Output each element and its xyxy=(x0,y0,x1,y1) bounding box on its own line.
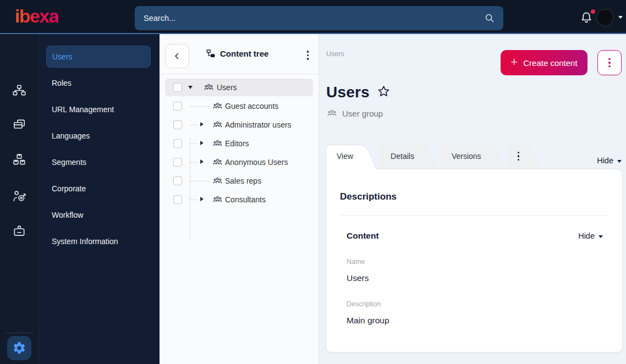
plus-icon: + xyxy=(510,55,518,69)
tab-label: Details xyxy=(391,152,414,161)
nav-settings-button[interactable] xyxy=(7,336,31,360)
tree-item-label: Administrator users xyxy=(225,120,292,129)
user-group-icon xyxy=(212,195,223,205)
tab-label: View xyxy=(337,152,353,161)
avatar-caret-down-icon[interactable] xyxy=(618,16,623,19)
tree-row-editors[interactable]: Editors xyxy=(160,135,319,153)
tree-item-checkbox[interactable] xyxy=(173,102,182,111)
main-nav-rail xyxy=(0,34,39,364)
tree-row-highlight xyxy=(165,79,313,96)
content-tree-panel: Content tree Users Guest accounts Adm xyxy=(160,34,319,364)
page-options-button[interactable] xyxy=(597,50,622,75)
sidebar-item-users[interactable]: Users xyxy=(46,46,151,68)
notification-dot xyxy=(591,9,595,14)
rail-divider xyxy=(6,333,33,333)
pages-icon xyxy=(12,117,26,131)
nav-sitemap-button[interactable] xyxy=(7,79,31,103)
descriptions-heading: Descriptions xyxy=(340,191,608,202)
sidebar-menu: Users Roles URL Management Languages Seg… xyxy=(39,34,160,364)
tree-item-checkbox[interactable] xyxy=(173,195,182,204)
hide-all-toggle[interactable]: Hide xyxy=(597,156,622,165)
sidebar-item-languages[interactable]: Languages xyxy=(46,125,151,147)
user-group-icon xyxy=(212,101,223,112)
tree-row-sales-reps[interactable]: Sales reps xyxy=(160,172,319,191)
tree-item-checkbox[interactable] xyxy=(173,139,182,148)
tab-label: Versions xyxy=(452,152,481,161)
tree-row-administrator-users[interactable]: Administrator users xyxy=(160,116,319,135)
caret-collapsed-icon[interactable] xyxy=(200,141,204,145)
tree-connector-line xyxy=(190,200,198,200)
global-search[interactable] xyxy=(135,6,503,30)
search-icon xyxy=(484,12,496,24)
sidebar-item-label: System Information xyxy=(52,237,118,246)
tree-row-anonymous-users[interactable]: Anonymous Users xyxy=(160,153,319,172)
sidebar-item-label: Corporate xyxy=(52,184,86,193)
content-section-heading: Content xyxy=(347,231,379,241)
sidebar-item-workflow[interactable]: Workflow xyxy=(46,204,151,226)
nav-admin-button[interactable] xyxy=(7,219,31,243)
personalization-icon xyxy=(12,189,26,203)
tree-connector-line xyxy=(190,162,198,163)
tree-item-checkbox[interactable] xyxy=(173,177,182,185)
caret-collapsed-icon[interactable] xyxy=(200,197,204,201)
tree-connector-line xyxy=(190,106,210,107)
tree-item-label: Guest accounts xyxy=(225,102,278,111)
tab-view[interactable]: View xyxy=(326,145,372,169)
field-label-description: Description xyxy=(347,300,608,308)
tree-item-label: Editors xyxy=(225,139,249,148)
tab-more[interactable] xyxy=(508,145,536,169)
tree-item-label: Users xyxy=(217,83,237,92)
search-input[interactable] xyxy=(135,14,484,23)
divider xyxy=(340,215,608,216)
main-content: Users + Create content Users User group … xyxy=(319,34,626,364)
sidebar-item-label: Users xyxy=(52,52,73,61)
tree-item-checkbox[interactable] xyxy=(173,83,182,92)
tab-details[interactable]: Details xyxy=(380,145,433,169)
user-avatar[interactable] xyxy=(596,8,614,27)
collapse-tree-button[interactable] xyxy=(165,44,189,68)
hide-content-toggle[interactable]: Hide xyxy=(578,231,603,240)
sidebar-item-label: Workflow xyxy=(52,211,83,219)
hide-label: Hide xyxy=(597,156,613,165)
user-group-icon xyxy=(327,108,337,119)
sidebar-item-segments[interactable]: Segments xyxy=(46,151,151,173)
caret-down-icon xyxy=(617,160,622,163)
tree-row-users[interactable]: Users xyxy=(160,79,319,97)
sidebar-item-label: Segments xyxy=(52,158,86,167)
bookmark-star-icon[interactable] xyxy=(376,84,391,101)
create-content-button[interactable]: + Create content xyxy=(501,50,587,75)
field-value-description: Main group xyxy=(347,316,608,326)
tree-connector-line xyxy=(190,144,198,144)
tree-item-checkbox[interactable] xyxy=(173,120,182,129)
sitemap-icon xyxy=(12,84,26,98)
caret-collapsed-icon[interactable] xyxy=(200,122,204,126)
tree-item-checkbox[interactable] xyxy=(173,158,182,167)
tree-options-button[interactable] xyxy=(307,51,309,60)
user-group-icon xyxy=(212,120,223,130)
topbar: ibexa xyxy=(0,0,626,34)
content-tree-title: Content tree xyxy=(220,49,268,58)
tree-connector-line xyxy=(190,125,198,125)
breadcrumb[interactable]: Users xyxy=(326,50,344,58)
nav-personalization-button[interactable] xyxy=(7,184,31,208)
tree-row-consultants[interactable]: Consultants xyxy=(160,191,319,209)
caret-down-icon xyxy=(598,235,603,238)
sidebar-item-url-management[interactable]: URL Management xyxy=(46,98,151,120)
gear-icon xyxy=(12,341,26,355)
create-content-label: Create content xyxy=(523,58,577,68)
kebab-icon xyxy=(518,152,520,161)
tab-versions[interactable]: Versions xyxy=(441,145,500,169)
sidebar-item-roles[interactable]: Roles xyxy=(46,72,151,94)
sidebar-item-system-information[interactable]: System Information xyxy=(46,230,151,252)
sidebar-item-corporate[interactable]: Corporate xyxy=(46,178,151,200)
notifications-button[interactable] xyxy=(579,10,595,26)
hide-label: Hide xyxy=(578,231,595,240)
nav-pages-button[interactable] xyxy=(7,112,31,136)
field-label-name: Name xyxy=(347,258,608,266)
caret-collapsed-icon[interactable] xyxy=(200,159,204,164)
modules-icon xyxy=(12,152,26,167)
nav-modules-button[interactable] xyxy=(7,147,31,172)
tree-row-guest-accounts[interactable]: Guest accounts xyxy=(160,97,319,116)
content-type-label: User group xyxy=(342,109,383,118)
caret-expanded-icon[interactable] xyxy=(188,86,193,89)
